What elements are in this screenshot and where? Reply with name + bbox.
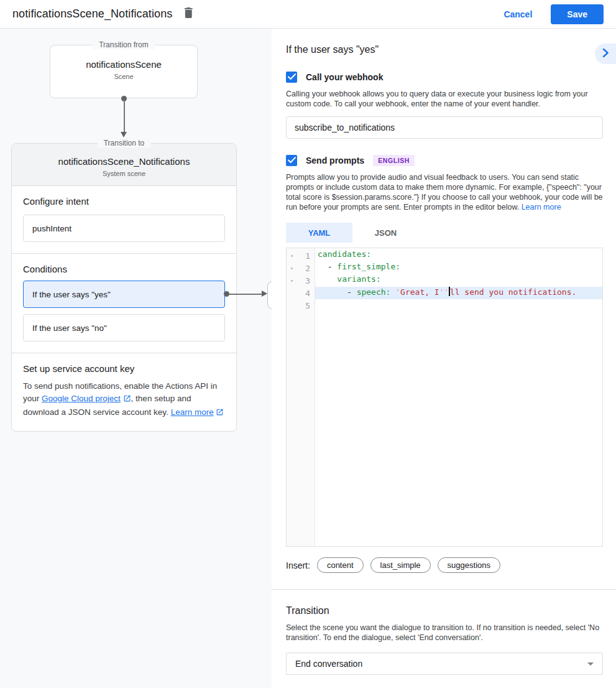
conditions-heading: Conditions xyxy=(23,264,225,274)
condition-item-yes[interactable]: If the user says "yes" xyxy=(23,281,225,308)
external-link-icon xyxy=(216,407,224,420)
tab-json[interactable]: JSON xyxy=(352,223,419,243)
call-webhook-checkbox[interactable] xyxy=(286,72,297,83)
code-line[interactable]: candidates: xyxy=(315,249,602,262)
condition-detail-heading: If the user says "yes" xyxy=(286,44,603,55)
code-line[interactable]: variants: xyxy=(315,274,602,287)
editor-tabs: YAML JSON xyxy=(286,223,603,243)
from-scene-type: Scene xyxy=(50,73,197,80)
condition-target-node-partial xyxy=(267,281,272,309)
configure-intent-heading: Configure intent xyxy=(23,196,225,207)
checkmark-icon xyxy=(288,72,296,83)
language-badge: ENGLISH xyxy=(373,155,415,166)
scene-diagram-panel: Transition from notificationsScene Scene… xyxy=(0,29,272,688)
line-number: 5 xyxy=(297,301,315,310)
editor-code[interactable]: candidates: - first_simple: variants: - … xyxy=(315,248,602,546)
line-number: 1 xyxy=(297,251,315,261)
save-button[interactable]: Save xyxy=(551,4,604,24)
transition-description: Select the scene you want the dialogue t… xyxy=(286,623,603,643)
transition-select-value: End conversation xyxy=(295,659,362,669)
condition-item-no[interactable]: If the user says "no" xyxy=(23,314,225,342)
line-number: 4 xyxy=(297,289,315,298)
condition-connector-line xyxy=(228,294,262,295)
insert-chip-content[interactable]: content xyxy=(317,557,364,573)
trash-icon xyxy=(183,7,194,21)
line-number: 2 xyxy=(297,264,315,273)
condition-connector-dot xyxy=(224,291,229,297)
insert-label: Insert: xyxy=(286,560,310,570)
collapse-panel-button[interactable] xyxy=(595,44,616,64)
transition-arrow xyxy=(121,96,127,139)
insert-chip-suggestions[interactable]: suggestions xyxy=(438,557,500,573)
transition-to-legend: Transition to xyxy=(98,139,151,147)
checkmark-icon xyxy=(288,155,296,166)
editor-gutter-row[interactable]: ▾1 xyxy=(287,249,315,262)
insert-row: Insert: content last_simple suggestions xyxy=(286,557,603,573)
editor-gutter-row[interactable]: ▾2 xyxy=(287,262,315,274)
line-number: 3 xyxy=(297,276,315,286)
delete-scene-button[interactable] xyxy=(183,7,194,21)
service-account-heading: Set up service account key xyxy=(23,363,225,374)
send-prompts-checkbox[interactable] xyxy=(286,155,297,166)
fold-arrow-icon[interactable]: ▾ xyxy=(287,266,297,271)
cancel-button[interactable]: Cancel xyxy=(503,9,532,19)
to-scene-header: notificationsScene_Notifications System … xyxy=(12,144,236,186)
condition-detail-panel: If the user says "yes" Call your webhook… xyxy=(272,29,616,688)
transition-from-legend: Transition from xyxy=(93,40,155,49)
google-cloud-project-link[interactable]: Google Cloud project xyxy=(42,394,121,403)
prompts-description: Prompts allow you to provide audio and v… xyxy=(286,172,603,212)
code-line[interactable]: - first_simple: xyxy=(315,262,602,274)
editor-gutter-row[interactable]: 4 xyxy=(287,287,315,299)
conditions-section: Conditions If the user says "yes" If the… xyxy=(12,253,236,353)
intent-item[interactable]: pushIntent xyxy=(23,215,225,242)
section-divider xyxy=(272,589,616,590)
from-scene-name: notificationsScene xyxy=(50,59,197,70)
transition-select[interactable]: End conversation xyxy=(286,653,603,675)
send-prompts-label: Send prompts xyxy=(306,156,364,165)
transition-to-card: Transition to notificationsScene_Notific… xyxy=(11,143,237,432)
editor-gutter-row[interactable]: ▾3 xyxy=(287,274,315,287)
main-content: Transition from notificationsScene Scene… xyxy=(0,29,616,688)
arrow-head xyxy=(121,132,127,137)
service-account-section: Set up service account key To send push … xyxy=(12,353,236,431)
configure-intent-section: Configure intent pushIntent xyxy=(12,186,236,253)
service-account-text: To send push notifications, enable the A… xyxy=(23,380,225,420)
call-webhook-label: Call your webhook xyxy=(306,72,383,82)
webhook-check-row: Call your webhook xyxy=(286,72,603,83)
webhook-description: Calling your webhook allows you to query… xyxy=(286,89,603,109)
fold-arrow-icon[interactable]: ▾ xyxy=(287,278,297,284)
prompts-check-row: Send prompts ENGLISH xyxy=(286,155,603,166)
editor-gutter-row[interactable]: 5 xyxy=(287,299,315,312)
to-scene-type: System scene xyxy=(18,170,230,177)
page-title: notificationsScene_Notifications xyxy=(12,7,172,21)
code-line[interactable]: - speech: 'Great, I''ll send you notific… xyxy=(315,287,602,299)
editor-gutter: ▾1▾2▾345 xyxy=(287,248,315,546)
arrow-stem xyxy=(124,100,125,133)
transition-heading: Transition xyxy=(286,605,603,616)
transition-from-node[interactable]: Transition from notificationsScene Scene xyxy=(50,45,198,98)
prompt-code-editor[interactable]: ▾1▾2▾345 candidates: - first_simple: var… xyxy=(286,248,603,547)
dropdown-caret-icon xyxy=(587,662,594,666)
fold-arrow-icon[interactable]: ▾ xyxy=(287,253,297,259)
condition-connector-arrowhead xyxy=(262,291,267,297)
prompts-learn-more-link[interactable]: Learn more xyxy=(522,203,561,212)
external-link-icon xyxy=(123,394,131,406)
chevron-right-icon xyxy=(602,49,609,59)
learn-more-link[interactable]: Learn more xyxy=(171,407,214,417)
webhook-handler-input[interactable] xyxy=(286,116,603,139)
insert-chip-last-simple[interactable]: last_simple xyxy=(370,557,431,573)
to-scene-name: notificationsScene_Notifications xyxy=(18,156,230,167)
code-line[interactable] xyxy=(315,299,602,312)
top-bar: notificationsScene_Notifications Cancel … xyxy=(0,0,616,29)
tab-yaml[interactable]: YAML xyxy=(286,223,352,243)
